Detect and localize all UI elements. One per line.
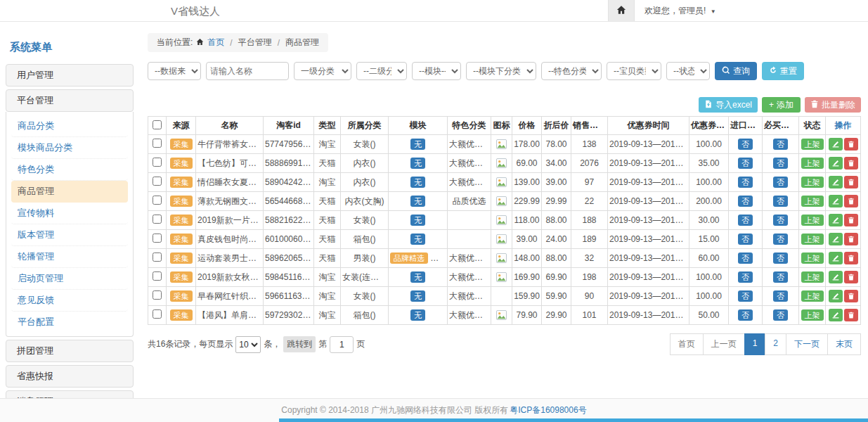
edit-button[interactable]	[829, 271, 843, 283]
import-select-badge[interactable]: 否	[738, 271, 753, 283]
row-checkbox[interactable]	[153, 158, 162, 167]
sidebar-item-商品分类[interactable]: 商品分类	[11, 115, 128, 137]
status-badge[interactable]: 上架	[801, 196, 824, 207]
must-buy-badge[interactable]: 否	[773, 196, 788, 207]
must-buy-badge[interactable]: 否	[773, 271, 788, 283]
sidebar-item-轮播管理[interactable]: 轮播管理	[11, 246, 128, 268]
select-all-checkbox[interactable]	[153, 120, 162, 129]
delete-button[interactable]	[844, 233, 858, 245]
delete-button[interactable]	[844, 138, 858, 151]
filter-select-模块[interactable]: --模块--	[412, 62, 461, 80]
edit-button[interactable]	[829, 252, 843, 264]
sidebar-group-平台管理[interactable]: 平台管理	[6, 89, 134, 112]
row-checkbox[interactable]	[153, 271, 162, 281]
must-buy-badge[interactable]: 否	[773, 290, 788, 302]
filter-select-特色分类[interactable]: --特色分类--	[541, 62, 602, 80]
row-checkbox[interactable]	[153, 309, 162, 319]
import-select-badge[interactable]: 否	[738, 158, 753, 169]
sidebar-item-模块商品分类[interactable]: 模块商品分类	[11, 137, 128, 159]
filter-select-模块下分类[interactable]: --模块下分类--	[466, 62, 536, 80]
row-checkbox[interactable]	[153, 196, 162, 205]
sidebar-item-特色分类[interactable]: 特色分类	[11, 159, 128, 181]
delete-button[interactable]	[844, 157, 858, 170]
must-buy-badge[interactable]: 否	[773, 215, 788, 226]
status-badge[interactable]: 上架	[801, 252, 824, 264]
edit-button[interactable]	[829, 157, 843, 170]
page-button-1[interactable]: 1	[744, 333, 766, 355]
edit-button[interactable]	[829, 176, 843, 188]
edit-button[interactable]	[829, 290, 843, 302]
must-buy-badge[interactable]: 否	[773, 177, 788, 188]
filter-select-二级分类[interactable]: --二级分类--	[356, 62, 407, 80]
page-button-下一页[interactable]: 下一页	[786, 333, 828, 355]
status-badge[interactable]: 上架	[801, 158, 824, 169]
filter-select-一级分类[interactable]: 一级分类	[294, 62, 351, 80]
row-checkbox[interactable]	[153, 215, 162, 224]
import-excel-button[interactable]: 导入excel	[699, 97, 758, 113]
sidebar-group-拼团管理[interactable]: 拼团管理	[6, 340, 134, 362]
status-badge[interactable]: 上架	[801, 290, 824, 302]
filter-select-状态[interactable]: --状态--	[666, 62, 710, 80]
status-badge[interactable]: 上架	[801, 139, 824, 150]
name-filter-input[interactable]	[206, 62, 289, 80]
import-select-badge[interactable]: 否	[738, 252, 753, 264]
sidebar-item-意见反馈[interactable]: 意见反馈	[11, 290, 128, 312]
page-button-首页[interactable]: 首页	[670, 333, 704, 355]
sidebar-item-启动页管理[interactable]: 启动页管理	[11, 268, 128, 290]
sidebar-group-省惠快报[interactable]: 省惠快报	[6, 365, 134, 388]
home-button[interactable]	[608, 0, 635, 21]
row-checkbox[interactable]	[153, 177, 162, 186]
import-select-badge[interactable]: 否	[738, 309, 753, 321]
edit-button[interactable]	[829, 195, 843, 207]
sidebar-group-用户管理[interactable]: 用户管理	[6, 64, 134, 87]
import-select-badge[interactable]: 否	[738, 215, 753, 226]
delete-button[interactable]	[844, 309, 858, 321]
batch-delete-button[interactable]: 批量删除	[805, 97, 861, 113]
user-menu[interactable]: 欢迎您，管理员! ▼	[635, 5, 726, 17]
must-buy-badge[interactable]: 否	[773, 139, 788, 150]
per-page-select[interactable]: 10	[235, 336, 261, 353]
page-button-末页[interactable]: 末页	[827, 333, 861, 355]
search-button[interactable]: 查询	[715, 62, 757, 80]
edit-button[interactable]	[829, 138, 843, 151]
row-checkbox[interactable]	[153, 290, 162, 300]
delete-button[interactable]	[844, 214, 858, 226]
import-select-badge[interactable]: 否	[738, 290, 753, 302]
delete-button[interactable]	[844, 290, 858, 302]
edit-button[interactable]	[829, 233, 843, 245]
breadcrumb-home-link[interactable]: 首页	[207, 37, 224, 49]
status-badge[interactable]: 上架	[801, 215, 824, 226]
status-badge[interactable]: 上架	[801, 234, 824, 245]
sidebar-item-宣传物料[interactable]: 宣传物料	[11, 203, 128, 224]
delete-button[interactable]	[844, 252, 858, 264]
must-buy-badge[interactable]: 否	[773, 158, 788, 169]
reset-button[interactable]: 重置	[762, 62, 804, 80]
import-select-badge[interactable]: 否	[738, 196, 753, 207]
filter-select-宝贝类型[interactable]: --宝贝类型--	[607, 62, 661, 80]
page-button-2[interactable]: 2	[765, 333, 786, 355]
page-number-input[interactable]	[330, 336, 354, 353]
edit-button[interactable]	[829, 214, 843, 226]
icp-link[interactable]: 粤ICP备16098006号	[510, 404, 586, 416]
must-buy-badge[interactable]: 否	[773, 252, 788, 264]
edit-button[interactable]	[829, 309, 843, 321]
status-badge[interactable]: 上架	[801, 271, 824, 283]
page-button-上一页[interactable]: 上一页	[703, 333, 745, 355]
sidebar-item-版本管理[interactable]: 版本管理	[11, 224, 128, 246]
import-select-badge[interactable]: 否	[738, 139, 753, 150]
import-select-badge[interactable]: 否	[738, 234, 753, 245]
add-button[interactable]: + 添加	[762, 97, 801, 113]
row-checkbox[interactable]	[153, 234, 162, 243]
delete-button[interactable]	[844, 176, 858, 188]
status-badge[interactable]: 上架	[801, 309, 824, 321]
filter-select-数据来源[interactable]: --数据来源--	[148, 62, 201, 80]
row-checkbox[interactable]	[153, 252, 162, 262]
delete-button[interactable]	[844, 271, 858, 283]
import-select-badge[interactable]: 否	[738, 177, 753, 188]
sidebar-item-平台配置[interactable]: 平台配置	[11, 312, 128, 333]
row-checkbox[interactable]	[153, 139, 162, 148]
must-buy-badge[interactable]: 否	[773, 234, 788, 245]
sidebar-item-商品管理[interactable]: 商品管理	[11, 181, 128, 203]
delete-button[interactable]	[844, 195, 858, 207]
status-badge[interactable]: 上架	[801, 177, 824, 188]
